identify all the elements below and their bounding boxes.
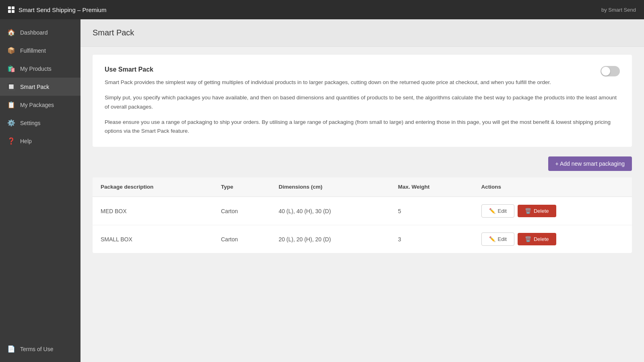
smart-pack-icon: 🔲 xyxy=(7,83,15,90)
add-smart-packaging-button[interactable]: + Add new smart packaging xyxy=(548,156,632,171)
main-content: Smart Pack Use Smart Pack Smart Pack pro… xyxy=(80,19,644,362)
sidebar-item-smart-pack[interactable]: 🔲 Smart Pack xyxy=(0,78,80,96)
trash-icon: 🗑️ xyxy=(525,208,531,214)
sidebar-label-smart-pack: Smart Pack xyxy=(20,84,49,90)
smart-pack-toggle[interactable] xyxy=(601,66,620,76)
sidebar-label-terms: Terms of Use xyxy=(20,346,53,352)
edit-icon: ✏️ xyxy=(489,236,495,242)
sidebar-item-dashboard[interactable]: 🏠 Dashboard xyxy=(0,23,80,41)
cell-description: SMALL BOX xyxy=(93,225,213,253)
edit-icon: ✏️ xyxy=(489,208,495,214)
cell-actions: ✏️ Edit 🗑️ Delete xyxy=(473,225,632,253)
edit-button-0[interactable]: ✏️ Edit xyxy=(481,204,514,218)
smart-pack-toggle-wrap[interactable] xyxy=(601,66,620,76)
info-card: Use Smart Pack Smart Pack provides the s… xyxy=(93,55,632,147)
sidebar-item-my-products[interactable]: 🛍️ My Products xyxy=(0,60,80,78)
sidebar-label-fulfillment: Fulfillment xyxy=(20,47,46,54)
sidebar: 🏠 Dashboard 📦 Fulfillment 🛍️ My Products… xyxy=(0,19,80,362)
edit-button-1[interactable]: ✏️ Edit xyxy=(481,232,514,246)
sidebar-label-my-packages: My Packages xyxy=(20,102,54,108)
col-dimensions: Dimensions (cm) xyxy=(270,177,390,197)
info-para-2: Simply put, you specify which packages y… xyxy=(105,93,620,111)
cell-type: Carton xyxy=(213,225,270,253)
delete-button-1[interactable]: 🗑️ Delete xyxy=(518,233,556,245)
sidebar-item-help[interactable]: ❓ Help xyxy=(0,132,80,150)
table-actions: + Add new smart packaging xyxy=(93,156,632,171)
terms-icon: 📄 xyxy=(7,345,15,353)
info-para-1: Smart Pack provides the simplest way of … xyxy=(105,78,620,87)
cell-type: Carton xyxy=(213,197,270,225)
sidebar-label-settings: Settings xyxy=(20,120,41,126)
sidebar-label-dashboard: Dashboard xyxy=(20,29,48,36)
sidebar-item-fulfillment[interactable]: 📦 Fulfillment xyxy=(0,41,80,60)
cell-actions: ✏️ Edit 🗑️ Delete xyxy=(473,197,632,225)
products-icon: 🛍️ xyxy=(7,65,15,72)
delete-button-0[interactable]: 🗑️ Delete xyxy=(518,205,556,217)
delete-label: Delete xyxy=(534,208,549,214)
info-card-heading: Use Smart Pack xyxy=(105,66,620,73)
table-row: MED BOX Carton 40 (L), 40 (H), 30 (D) 5 … xyxy=(93,197,632,225)
sidebar-label-my-products: My Products xyxy=(20,66,52,72)
cell-dimensions: 40 (L), 40 (H), 30 (D) xyxy=(270,197,390,225)
col-type: Type xyxy=(213,177,270,197)
edit-label: Edit xyxy=(498,208,507,214)
packages-table-wrap: Package description Type Dimensions (cm)… xyxy=(93,177,632,253)
col-description: Package description xyxy=(93,177,213,197)
home-icon: 🏠 xyxy=(7,29,15,36)
cell-dimensions: 20 (L), 20 (H), 20 (D) xyxy=(270,225,390,253)
help-icon: ❓ xyxy=(7,137,15,145)
trash-icon: 🗑️ xyxy=(525,236,531,242)
sidebar-item-terms[interactable]: 📄 Terms of Use xyxy=(0,340,80,358)
sidebar-label-help: Help xyxy=(20,138,32,144)
sidebar-item-settings[interactable]: ⚙️ Settings xyxy=(0,114,80,132)
delete-label: Delete xyxy=(534,236,549,242)
fulfillment-icon: 📦 xyxy=(7,47,15,54)
topbar: Smart Send Shipping – Premium by Smart S… xyxy=(0,0,644,19)
settings-icon: ⚙️ xyxy=(7,119,15,127)
page-header: Smart Pack xyxy=(80,19,644,47)
table-header-row: Package description Type Dimensions (cm)… xyxy=(93,177,632,197)
col-actions: Actions xyxy=(473,177,632,197)
app-logo xyxy=(8,6,14,13)
cell-description: MED BOX xyxy=(93,197,213,225)
info-para-3: Please ensure you use a range of packagi… xyxy=(105,118,620,136)
table-row: SMALL BOX Carton 20 (L), 20 (H), 20 (D) … xyxy=(93,225,632,253)
topbar-byline: by Smart Send xyxy=(601,7,636,13)
cell-weight: 3 xyxy=(390,225,473,253)
col-weight: Max. Weight xyxy=(390,177,473,197)
edit-label: Edit xyxy=(498,236,507,242)
app-title: Smart Send Shipping – Premium xyxy=(19,6,106,13)
packages-icon: 📋 xyxy=(7,101,15,109)
page-title: Smart Pack xyxy=(93,28,632,37)
packages-table: Package description Type Dimensions (cm)… xyxy=(93,177,632,253)
sidebar-item-my-packages[interactable]: 📋 My Packages xyxy=(0,96,80,114)
cell-weight: 5 xyxy=(390,197,473,225)
